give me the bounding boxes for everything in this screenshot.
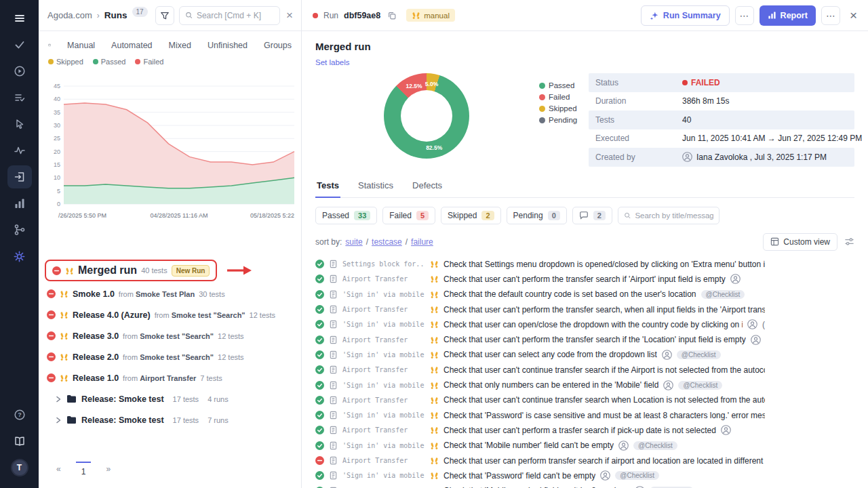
view-settings-icon[interactable] [844,237,854,247]
more-options-button[interactable]: ⋯ [821,6,840,25]
breadcrumb-project[interactable]: Agoda.com [47,10,92,20]
user-avatar[interactable]: T [7,456,32,479]
test-row[interactable]: 'Sign in' via mobileCheck that only numb… [315,378,765,392]
panel-close-button[interactable]: × [285,9,294,21]
run-row[interactable]: Release 3.0from Smoke test "Search"12 te… [47,325,293,346]
filter-chip-failed[interactable]: Failed5 [382,207,435,224]
more-actions-button[interactable]: ⋯ [735,6,754,25]
nav-settings[interactable] [7,245,32,268]
run-name: Release 3.0 [73,331,119,341]
runs-tab-unfinished[interactable]: Unfinished [208,41,248,50]
runs-search-input[interactable] [197,11,274,20]
testcase-icon [329,290,338,299]
nav-integrations[interactable] [7,218,32,241]
runs-tab-mixed[interactable]: Mixed [169,41,191,50]
run-group-row[interactable]: Release: Smoke test17 tests7 runs [47,409,293,430]
filter-chip-pending[interactable]: Pending0 [507,207,567,224]
runs-tab-manual[interactable]: Manual [67,41,95,50]
info-label: Status [595,78,682,87]
run-group-row[interactable]: Release: Smoke test17 tests4 runs [47,388,293,409]
nav-reports[interactable] [7,192,32,215]
passed-icon [315,365,324,374]
run-row[interactable]: Smoke 1.0from Smoke Test Plan30 tests [47,283,293,304]
runs-search[interactable] [179,6,280,25]
manual-icon [60,310,68,319]
test-row[interactable]: 'Sign in' via mobileCheck that the defau… [315,287,765,302]
highlighted-run-annotation: Merged run40 testsNew Run [45,260,293,281]
check-icon [14,39,26,51]
nav-flaky[interactable] [7,113,32,136]
run-row[interactable]: Release 1.0from Airport Transfer7 tests [47,367,293,388]
page-prev-button[interactable]: « [56,464,61,474]
test-row[interactable]: Airport TransferCheck that user can perf… [315,453,765,468]
tab-defects[interactable]: Defects [411,180,443,197]
tab-tests[interactable]: Tests [315,180,340,198]
test-row[interactable]: Airport TransferCheck that user can't co… [315,363,765,378]
expand-chevron-icon[interactable] [55,417,62,424]
svg-text:05/18/2025 5:22: 05/18/2025 5:22 [250,212,294,219]
run-row[interactable]: Release 4.0 (Azure)from Smoke test "Sear… [47,304,293,325]
tests-search[interactable] [618,207,719,224]
run-summary-button[interactable]: Run Summary [641,5,730,26]
test-suite: Airport Transfer [342,306,425,313]
info-label: Created by [595,152,682,162]
test-title: Check that 'Mobile number' field can't b… [443,441,614,450]
run-detail-header: Run dbf59ae8 manual Run Summary ⋯ Report… [302,0,868,31]
run-info-table: StatusFAILEDDuration386h 8m 15sTests40Ex… [589,73,854,167]
nav-library[interactable] [7,430,32,453]
test-row[interactable]: Airport TransferCheck that user can't pe… [315,332,765,347]
timeline-icon[interactable] [48,40,51,50]
test-row[interactable]: Airport TransferCheck that user can't pe… [315,302,765,317]
menu-button[interactable] [7,7,32,30]
passed-icon [315,260,324,268]
test-row[interactable]: Settings block for...Check that Settings… [315,257,765,272]
sort-link-failure[interactable]: failure [411,237,433,247]
filter-button[interactable] [155,6,174,25]
test-row[interactable]: 'Sign in' via mobileCheck that user can … [315,347,765,362]
info-label: Tests [595,115,682,125]
close-run-button[interactable]: × [850,9,857,22]
tests-search-input[interactable] [635,211,713,220]
test-row[interactable]: 'Sign in' via mobileCheck that 'Mobile n… [315,438,765,453]
test-row[interactable]: 'Sign in' via mobileCheck that 'Password… [315,407,765,422]
test-row[interactable]: Airport TransferCheck that user can't pe… [315,423,765,438]
test-row[interactable]: 'Sign in' via mobileCheck that 'Password… [315,468,765,483]
test-suite: Airport Transfer [342,366,425,373]
test-row[interactable]: Airport TransferCheck that user can't co… [315,392,765,407]
passed-icon [315,290,324,299]
test-row[interactable]: Airport TransferCheck that user can't pe… [315,272,765,287]
filter-count: 0 [548,211,560,220]
custom-view-button[interactable]: Custom view [763,233,837,251]
runs-panel-header: Agoda.com › Runs 17 × [39,0,301,31]
test-row[interactable]: 'Sign in' via mobileCheck that 'Mobile n… [315,483,765,488]
run-row[interactable]: Release 2.0from Smoke test "Search"12 te… [47,346,293,367]
help-button[interactable]: ? [7,403,32,426]
tab-statistics[interactable]: Statistics [357,180,395,197]
sort-link-suite[interactable]: suite [345,237,362,247]
run-row[interactable]: Merged run40 testsNew Run [45,260,217,281]
filter-chip-passed[interactable]: Passed33 [315,207,377,224]
nav-test-runs[interactable] [7,165,32,188]
nav-analytics[interactable] [7,139,32,162]
sort-link-testcase[interactable]: testcase [372,237,402,247]
test-row[interactable]: 'Sign in' via mobileCheck that user can … [315,317,765,332]
set-labels-link[interactable]: Set labels [315,58,350,66]
copy-run-id-button[interactable] [387,11,397,20]
page-number[interactable]: 1 [76,462,92,476]
runs-tab-groups[interactable]: Groups [264,41,292,50]
page-next-button[interactable]: » [106,464,111,474]
filter-chip-skipped[interactable]: Skipped2 [441,207,501,224]
report-button[interactable]: Report [760,5,816,26]
expand-chevron-icon[interactable] [55,396,62,403]
comments-filter-chip[interactable]: 2 [572,207,612,224]
manual-icon [430,396,439,405]
nav-projects[interactable] [7,33,32,56]
nav-test-cases[interactable] [7,86,32,109]
runs-tab-automated[interactable]: Automated [111,41,152,50]
breadcrumb-section[interactable]: Runs [104,10,127,20]
list-check-icon [14,92,26,104]
assignee-avatar [635,486,645,488]
nav-test-plans[interactable] [7,60,32,83]
results-donut-chart: 82.5%12.5%5.0% [384,73,469,159]
legend-item-failed: Failed [135,58,163,66]
